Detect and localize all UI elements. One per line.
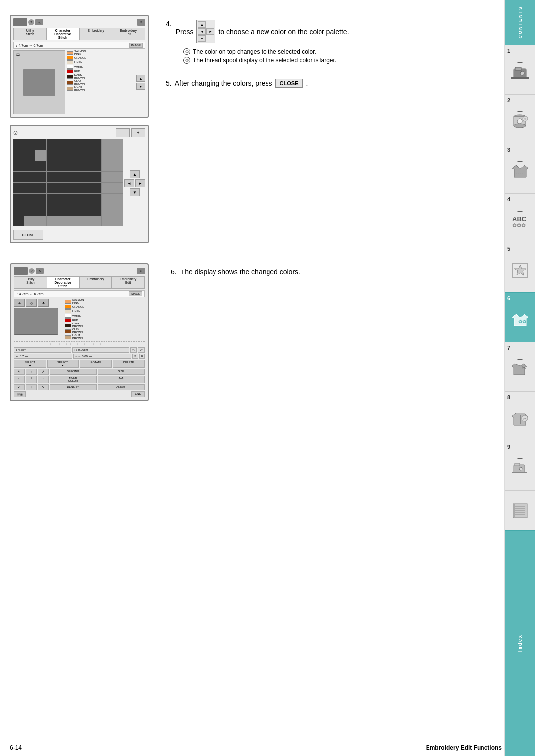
d2-density-btn[interactable]: DENSITY: [50, 384, 97, 390]
sidebar-tab-2[interactable]: 2 —: [505, 94, 535, 144]
grid-nav-down[interactable]: ▼: [130, 188, 140, 196]
step-5-text: After changing the colors, press: [175, 79, 272, 87]
d2-move-downleft[interactable]: ↙: [14, 384, 25, 390]
d2-delete-btn[interactable]: DELETE: [113, 360, 145, 368]
svg-marker-14: [514, 265, 526, 275]
d2-tab-embroidery[interactable]: Embroidery: [80, 277, 112, 288]
d2-move-upright[interactable]: ↗: [38, 369, 49, 375]
close-button[interactable]: CLOSE: [13, 230, 43, 240]
grid-nav-right[interactable]: ►: [135, 179, 145, 187]
grid-nav-up[interactable]: ▲: [130, 170, 140, 178]
d2-move-up[interactable]: ↑: [26, 369, 37, 375]
d2-adj-icon-2[interactable]: ◎: [26, 299, 37, 307]
svg-text:✂: ✂: [522, 365, 526, 371]
sidebar-tab-1[interactable]: 1 —: [505, 45, 535, 94]
svg-text:ABC: ABC: [512, 216, 527, 223]
device2-container: ? ✎ ≡ UtilityStitch CharacterDecorativeS…: [10, 263, 149, 401]
d2-end-btn[interactable]: END: [131, 391, 145, 397]
d2-tab-embroidery-edit[interactable]: EmbroideryEdit: [112, 277, 144, 288]
tab-character[interactable]: CharacterDecorativeStitch: [47, 28, 79, 40]
step-6: 6. The display shows the changed colors.: [171, 268, 494, 276]
selector-plus-btn[interactable]: +: [131, 128, 145, 137]
d2-color-dark-brown[interactable]: DARKBROWN: [65, 323, 145, 328]
sidebar-tab-4[interactable]: 4 — ABC ✿✿✿: [505, 193, 535, 243]
d2-move-down[interactable]: ↓: [26, 384, 37, 390]
d2-adj-icon-1[interactable]: ⊕: [14, 299, 25, 307]
d2-height-val: ↕ 4.7cm: [14, 347, 71, 353]
note-circle-1: ①: [183, 48, 190, 55]
sidebar-tab-5[interactable]: 5 —: [505, 243, 535, 292]
color-item-orange[interactable]: ORANGE: [67, 56, 135, 60]
d2-color-white[interactable]: WHITE: [65, 314, 145, 318]
tab-embroidery[interactable]: Embroidery: [80, 28, 112, 40]
selector-minus-btn[interactable]: —: [116, 128, 130, 137]
color-item-salmon[interactable]: SALMONPINK: [67, 50, 135, 55]
d2-color-red[interactable]: RED: [65, 318, 145, 322]
d2-size-btn[interactable]: SIZE: [98, 369, 145, 375]
tab-embroidery-edit[interactable]: EmbroideryEdit: [112, 28, 145, 40]
sidebar-tab-3[interactable]: 3 —: [505, 144, 535, 193]
sidebar-tab-9[interactable]: 9 —: [505, 441, 535, 490]
d2-adj-icon-3[interactable]: ✤: [38, 299, 49, 307]
d2-color-linen[interactable]: LINEN: [65, 309, 145, 313]
sidebar-tab-6[interactable]: 6 — ✿✿: [505, 292, 535, 342]
sidebar-tab-book[interactable]: [505, 490, 535, 530]
svg-rect-21: [515, 463, 520, 466]
preview-area-1: ①: [13, 50, 65, 114]
sidebar-tab-contents[interactable]: CONTENTS: [505, 0, 535, 45]
d2-move-downright[interactable]: ↘: [38, 384, 49, 390]
color-item-linen[interactable]: LINEN: [67, 60, 135, 64]
d2-move-upleft[interactable]: ↖: [14, 369, 25, 375]
measurement-bar-1: ↕ 4.7cm ↔ 6.7cm IMAGE: [13, 42, 145, 49]
d2-image-btn[interactable]: IMAGE: [129, 291, 142, 296]
page-footer: 6-14 Embroidery Edit Functions: [10, 741, 502, 751]
color-item-white[interactable]: WHITE: [67, 65, 135, 69]
d2-density-icon[interactable]: Δ|Δ: [98, 376, 145, 383]
sewing2-icon: [512, 461, 529, 477]
color-item-red[interactable]: RED: [67, 69, 135, 73]
step-5: 5. After changing the colors, press CLOS…: [166, 79, 494, 88]
device-tabs-1[interactable]: UtilityStitch CharacterDecorativeStitch …: [13, 28, 145, 40]
d2-color-orange[interactable]: ORANGE: [65, 305, 145, 309]
grid-nav-left[interactable]: ◄: [124, 179, 134, 187]
tab7-dash: —: [518, 356, 523, 362]
device-screen-selector: ② — +: [10, 125, 149, 243]
tab9-number: 9: [507, 444, 510, 450]
d2-select-left-btn[interactable]: SELECT◄: [14, 360, 46, 368]
step-4-note1: The color on top changes to the selected…: [193, 48, 316, 55]
arrow-widget[interactable]: ▲ ◄ ► ▼: [196, 20, 215, 43]
d2-move-center[interactable]: ✛: [26, 376, 37, 383]
d2-tab-utility[interactable]: UtilityStitch: [14, 277, 47, 288]
sidebar-tab-8[interactable]: 8 — ✂: [505, 391, 535, 441]
image-btn-1[interactable]: IMAGE: [129, 43, 143, 48]
svg-point-7: [517, 119, 522, 124]
abc-icon: ABC ✿✿✿: [511, 214, 529, 228]
d2-move-right[interactable]: →: [38, 376, 49, 383]
nav-down-arrow[interactable]: ▼: [136, 83, 145, 90]
device2-tabs[interactable]: UtilityStitch CharacterDecorativeStitch …: [14, 276, 145, 289]
d2-array-btn[interactable]: ARRAY: [98, 384, 145, 390]
page-title: Embroidery Edit Functions: [426, 744, 502, 751]
d2-color-light-brown[interactable]: LIGHTBROWN: [65, 334, 145, 340]
nav-up-arrow[interactable]: ▲: [136, 75, 145, 82]
tab6-number: 6: [507, 295, 510, 301]
d2-color-salmon[interactable]: SALMONPINK: [65, 299, 145, 304]
d2-select-right-btn[interactable]: SELECT►: [47, 360, 79, 368]
d2-move-left[interactable]: ←: [14, 376, 25, 383]
close-inline-btn[interactable]: CLOSE: [275, 79, 303, 88]
d2-bottom-row: ⊞▦ END: [14, 391, 145, 397]
color-item-light-brown[interactable]: LIGHTBROWN: [67, 86, 135, 91]
sidebar-tab-index[interactable]: Index: [505, 530, 535, 756]
d2-layout-btn[interactable]: ⊞▦: [14, 391, 26, 397]
d2-tab-character[interactable]: CharacterDecorativeStitch: [47, 277, 80, 288]
d2-color-clay-brown[interactable]: CLAYBROWN: [65, 328, 145, 334]
d2-action-row1: SELECT◄ SELECT► ROTATE DELETE: [14, 360, 145, 368]
color-item-dark-brown[interactable]: DARKBROWN: [67, 74, 135, 79]
d2-spacing-btn[interactable]: SPACING: [50, 369, 97, 375]
step-4-note2: The thread spool display of the selected…: [193, 57, 336, 64]
color-item-clay-brown[interactable]: CLAYBROWN: [67, 80, 135, 85]
sidebar-tab-7[interactable]: 7 — ✂: [505, 342, 535, 391]
d2-rotate-btn[interactable]: ROTATE: [80, 360, 112, 368]
d2-multicolor-btn[interactable]: MULTICOLOR: [50, 376, 97, 383]
tab-utility[interactable]: UtilityStitch: [14, 28, 47, 40]
